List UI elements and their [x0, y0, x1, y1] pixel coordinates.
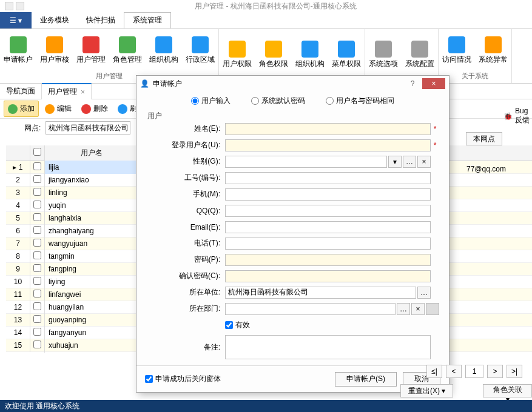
cell-username: tangmin	[45, 250, 139, 263]
cell-username: lijia	[45, 161, 139, 174]
dept-extra-button[interactable]	[426, 303, 439, 315]
login-field[interactable]	[225, 139, 431, 151]
bug-icon: 🐞	[503, 112, 513, 121]
row-checkbox[interactable]	[33, 188, 41, 196]
dept-field[interactable]	[225, 303, 396, 315]
empno-field[interactable]	[225, 172, 431, 184]
add-button[interactable]: 添加	[4, 101, 39, 117]
row-checkbox[interactable]	[33, 302, 41, 310]
ribbon-icon	[192, 36, 209, 53]
ribbon-用户管理[interactable]: 用户管理	[73, 30, 109, 70]
close-icon[interactable]: ×	[81, 88, 85, 96]
ribbon-用户权限[interactable]: 用户权限	[219, 30, 255, 79]
dialog-close-button[interactable]: ×	[422, 78, 445, 89]
password-confirm-field[interactable]	[225, 270, 431, 282]
cell-username: guoyanping	[45, 313, 139, 327]
ribbon-icon	[155, 36, 172, 53]
row-checkbox[interactable]	[33, 213, 41, 221]
ribbon-组织机构[interactable]: 组织机构	[146, 30, 182, 70]
prev-page-button[interactable]: <	[446, 365, 462, 378]
ribbon-group-label-0: 用户管理	[96, 70, 123, 82]
doc-tab-users[interactable]: 用户管理 ×	[42, 83, 92, 99]
ribbon-用户审核[interactable]: 用户审核	[36, 30, 73, 70]
cell-username: xuhuajun	[45, 339, 139, 352]
bug-feedback-link[interactable]: 🐞 Bug反馈	[503, 107, 532, 125]
radio-same-as-user[interactable]: 用户名与密码相同	[326, 96, 394, 106]
row-checkbox[interactable]	[33, 251, 41, 259]
gender-combo[interactable]	[225, 156, 387, 168]
role-link-button[interactable]: 角色关联 ▾	[483, 384, 532, 397]
ribbon-角色管理[interactable]: 角色管理	[109, 30, 146, 70]
status-bar: 欢迎使用 通用核心系统	[0, 400, 532, 412]
ribbon-icon	[10, 36, 27, 53]
next-page-button[interactable]: >	[487, 365, 503, 378]
ribbon-访问情况[interactable]: 访问情况	[439, 30, 475, 70]
row-checkbox[interactable]	[33, 328, 41, 336]
site-label: 网点:	[24, 123, 41, 133]
ribbon-申请帐户[interactable]: 申请帐户	[0, 30, 36, 70]
row-checkbox[interactable]	[33, 226, 41, 234]
file-menu[interactable]: ☰ ▾	[0, 12, 32, 28]
row-checkbox[interactable]	[33, 277, 41, 285]
ribbon-icon	[46, 36, 63, 53]
cell-username: liying	[45, 275, 139, 288]
first-page-button[interactable]: ≤|	[426, 365, 442, 378]
last-page-button[interactable]: >|	[507, 365, 522, 378]
password-field[interactable]	[225, 254, 431, 266]
row-checkbox[interactable]	[33, 201, 41, 208]
row-checkbox[interactable]	[33, 239, 41, 247]
cell-username: fangping	[45, 262, 139, 276]
window-titlebar: 用户管理 - 杭州海日函科技有限公司-通用核心系统	[0, 0, 532, 12]
delete-button[interactable]: 删除	[78, 101, 112, 116]
dialog-title: 申请帐户	[153, 79, 403, 89]
org-ellipsis-button[interactable]: …	[417, 287, 431, 299]
ribbon-角色权限[interactable]: 角色权限	[255, 30, 292, 79]
ribbon-行政区域[interactable]: 行政区域	[182, 30, 218, 70]
ribbon-菜单权限[interactable]: 菜单权限	[328, 30, 365, 79]
cell-username: zhanghaiyang	[45, 224, 139, 238]
ribbon-系统配置[interactable]: 系统配置	[402, 30, 438, 79]
row-checkbox[interactable]	[33, 162, 41, 170]
ribbon-icon	[265, 41, 282, 58]
requery-button[interactable]: 重查出(X) ▾	[400, 384, 453, 397]
email-field[interactable]	[225, 221, 431, 233]
gender-dropdown-button[interactable]: ▾	[388, 156, 402, 168]
gender-clear-button[interactable]: ×	[417, 156, 431, 168]
mobile-field[interactable]	[225, 188, 431, 201]
this-site-button[interactable]: 本网点	[466, 132, 502, 145]
row-checkbox[interactable]	[33, 315, 41, 323]
doc-tab-nav[interactable]: 导航页面	[0, 84, 42, 99]
help-button[interactable]: ?	[406, 79, 419, 88]
remark-field[interactable]	[225, 335, 431, 359]
phone-field[interactable]	[225, 238, 431, 250]
menu-tab-biz[interactable]: 业务模块	[32, 12, 78, 28]
select-all-checkbox[interactable]	[33, 148, 41, 156]
ribbon-系统选项[interactable]: 系统选项	[365, 30, 402, 79]
site-combo[interactable]	[45, 121, 130, 135]
edit-button[interactable]: 编辑	[41, 101, 75, 116]
cell-username: linfangwei	[45, 288, 139, 301]
gender-ellipsis-button[interactable]: …	[403, 156, 416, 168]
valid-checkbox[interactable]: 有效	[225, 320, 250, 330]
radio-default-pwd[interactable]: 系统默认密码	[251, 96, 305, 106]
page-number-field[interactable]	[465, 365, 483, 378]
app-icon	[5, 2, 13, 10]
ribbon-icon	[485, 36, 502, 53]
menu-tab-scan[interactable]: 快件扫描	[78, 12, 124, 28]
row-checkbox[interactable]	[33, 264, 41, 272]
name-field[interactable]	[225, 123, 431, 135]
apply-account-dialog: 👤 申请帐户 ? × 用户输入 系统默认密码 用户名与密码相同 用户 姓名(E)…	[136, 75, 450, 393]
pencil-icon	[45, 104, 55, 114]
col-username[interactable]: 用户名	[45, 145, 139, 161]
radio-user-input[interactable]: 用户输入	[191, 96, 231, 106]
dept-ellipsis-button[interactable]: …	[397, 303, 410, 315]
ribbon-系统异常[interactable]: 系统异常	[475, 30, 511, 70]
row-checkbox[interactable]	[33, 290, 41, 297]
row-checkbox[interactable]	[33, 341, 41, 348]
menu-tab-system[interactable]: 系统管理	[124, 12, 171, 28]
row-checkbox[interactable]	[33, 175, 41, 183]
ribbon-组织机构[interactable]: 组织机构	[292, 30, 328, 79]
org-field[interactable]	[225, 287, 416, 299]
qq-field[interactable]	[225, 205, 431, 217]
dept-clear-button[interactable]: ×	[411, 303, 425, 315]
